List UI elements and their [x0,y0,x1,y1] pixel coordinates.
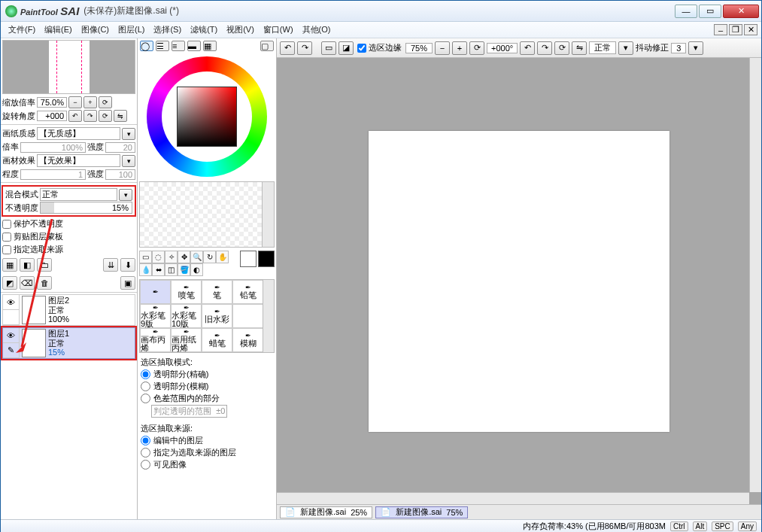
zoom-tool[interactable]: 🔍 [190,251,203,263]
sel-source-opt-1[interactable]: 指定为选取来源的图层 [141,447,273,458]
new-layer-button[interactable]: ▦ [2,258,17,272]
sel-source-opt-2[interactable]: 可见图像 [141,459,273,470]
doc-tab-active[interactable]: 📄新建图像.sai75% [375,506,468,518]
sel-extract-opt-1[interactable]: 透明部分(模糊) [141,381,273,392]
gray-mode-icon[interactable]: ▬ [187,41,201,51]
layer-item-selected[interactable]: 👁✎ 图层1 正常 15% [2,327,135,359]
brush-item[interactable]: ✒水彩笔10版 [171,304,202,328]
stabilize-dropdown-icon[interactable]: ▾ [688,41,703,55]
sv-box[interactable] [177,87,237,147]
invert-sel-button[interactable]: ◪ [338,41,354,55]
zoom-reset-button[interactable]: ⟳ [99,96,112,108]
mdi-minimize-button[interactable]: – [714,24,727,35]
rotate-tool[interactable]: ↻ [203,251,216,263]
zoom-in-button[interactable]: + [83,96,97,108]
toolbar-zoom-reset-button[interactable]: ⟳ [469,41,484,55]
rotate-ccw-button[interactable]: ↶ [68,110,82,122]
eyedropper-tool[interactable]: 💧 [139,263,152,276]
brush-item[interactable]: ✒铅笔 [232,280,263,304]
clip-mask-checkbox[interactable]: 剪贴图层蒙板 [2,231,135,242]
toolbar-zoom-in-button[interactable]: + [452,41,467,55]
menu-window[interactable]: 窗口(W) [259,23,298,37]
protect-opacity-checkbox[interactable]: 保护不透明度 [2,218,135,230]
canvas-area[interactable] [277,58,761,504]
scratchpad[interactable] [139,181,275,248]
doc-tab[interactable]: 📄新建图像.sai25% [280,506,372,518]
hand-tool[interactable]: ✋ [216,251,229,263]
toolbar-rotate-cw-button[interactable]: ↷ [537,41,552,55]
undo-button[interactable]: ↶ [280,41,295,55]
clear-layer-button[interactable]: ⌫ [20,276,35,290]
flip-button[interactable]: ⇋ [114,110,127,122]
zoom-out-button[interactable]: − [68,96,82,108]
transfer-down-button[interactable]: ⇊ [103,258,118,272]
stabilize-value[interactable]: 3 [671,43,686,53]
brush-item[interactable]: ✒画用纸丙烯 [171,328,202,352]
add-mask-button[interactable]: ◩ [2,276,17,290]
menu-edit[interactable]: 编辑(E) [40,23,77,37]
toolbar-mode-dropdown-icon[interactable]: ▾ [618,41,633,55]
sel-extract-opt-2[interactable]: 色差范围内的部分 [141,393,273,404]
rotate-value[interactable]: +000 [37,111,67,121]
toolbar-rotate-reset-button[interactable]: ⟳ [554,41,569,55]
rotate-reset-button[interactable]: ⟳ [99,110,112,122]
blend-mode-select[interactable]: 正常 [40,188,117,201]
paper-texture-dropdown-icon[interactable]: ▾ [122,128,135,140]
paper-texture-select[interactable]: 【无质感】 [37,127,120,140]
mdi-close-button[interactable]: ✕ [744,24,757,35]
magic-wand-tool[interactable]: ✧ [165,251,178,263]
brush-item[interactable]: ✒画布丙烯 [140,328,171,352]
move-sel-tool[interactable]: ⬌ [152,263,165,276]
toolbar-rotate-ccw-button[interactable]: ↶ [520,41,535,55]
swatches-mode-icon[interactable]: ▦ [203,41,217,51]
menu-view[interactable]: 视图(V) [222,23,259,37]
blend-mode-dropdown-icon[interactable]: ▾ [119,189,132,201]
toolbar-flip-button[interactable]: ⇋ [572,41,587,55]
mdi-restore-button[interactable]: ❐ [729,24,742,35]
brush-item[interactable] [232,304,263,328]
toolbar-angle-value[interactable]: +000° [487,43,518,53]
bg-color-swatch[interactable] [258,251,275,267]
rotate-cw-button[interactable]: ↷ [83,110,97,122]
vertical-scrollbar[interactable] [749,58,761,492]
material-effect-dropdown-icon[interactable]: ▾ [122,155,135,167]
bucket-tool[interactable]: 🪣 [178,263,190,276]
redo-button[interactable]: ↷ [297,41,312,55]
brush-item[interactable]: ✒蜡笔 [202,328,232,352]
brush-item[interactable]: ✒水彩笔9版 [140,304,171,328]
rgb-slider-mode-icon[interactable]: ☰ [156,41,169,51]
edit-icon[interactable]: ✎ [3,343,19,358]
sel-extract-opt-0[interactable]: 透明部分(精确) [141,369,273,380]
layer-item[interactable]: 👁 图层2 正常 100% [2,294,135,326]
new-linework-button[interactable]: ◧ [20,258,35,272]
sel-edge-checkbox[interactable]: 选区边缘 [357,42,402,53]
move-tool[interactable]: ✥ [178,251,190,263]
toolbar-zoom-value[interactable]: 75% [405,43,433,53]
flatten-button[interactable]: ▣ [120,276,135,290]
merge-down-button[interactable]: ⬇ [120,258,135,272]
toolbar-zoom-out-button[interactable]: − [435,41,450,55]
scrollbar[interactable] [263,280,274,352]
deselect-button[interactable]: ▭ [321,41,336,55]
material-effect-select[interactable]: 【无效果】 [37,154,120,167]
color-wheel[interactable] [147,56,267,177]
menu-file[interactable]: 文件(F) [4,23,40,37]
selection-source-checkbox[interactable]: 指定选取来源 [2,244,135,255]
menu-image[interactable]: 图像(C) [77,23,114,37]
lasso-tool[interactable]: ◌ [152,251,165,263]
menu-select[interactable]: 选择(S) [149,23,186,37]
visibility-icon[interactable]: 👁 [3,328,19,343]
select-rect-tool[interactable]: ▭ [139,251,152,263]
horizontal-scrollbar[interactable] [277,492,749,504]
menu-layer[interactable]: 图层(L) [114,23,149,37]
brush-item[interactable]: ✒旧水彩 [202,304,232,328]
zoom-value[interactable]: 75.0% [37,97,67,108]
sel-source-opt-0[interactable]: 编辑中的图层 [141,435,273,446]
close-button[interactable]: ✕ [723,5,759,18]
canvas[interactable] [369,131,669,432]
scratchpad-mode-icon[interactable]: ▢ [260,41,274,51]
scrollbar[interactable] [262,182,274,247]
navigator[interactable] [2,40,135,94]
new-folder-button[interactable]: 🗀 [37,258,52,272]
maximize-button[interactable]: ▭ [699,5,721,18]
